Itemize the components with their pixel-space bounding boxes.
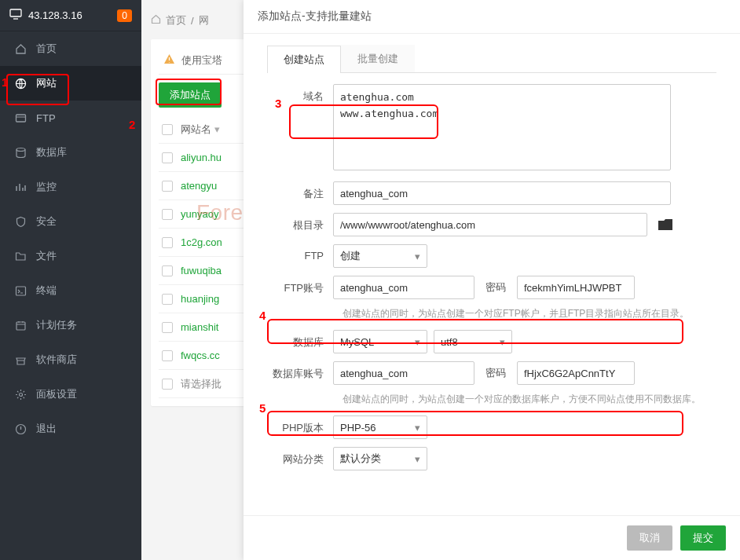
site-name[interactable]: fuwuqiba: [181, 265, 222, 276]
remark-input[interactable]: [333, 181, 671, 205]
db-type-select[interactable]: MySQL: [333, 330, 427, 353]
site-name[interactable]: atengyu: [181, 180, 217, 192]
label-domain: 域名: [267, 84, 333, 104]
calendar-icon: [14, 319, 27, 331]
sidebar-item-security[interactable]: 安全: [0, 204, 141, 239]
sidebar-item-label: 终端: [36, 284, 57, 298]
sidebar-item-label: 首页: [36, 42, 57, 56]
sidebar-item-website[interactable]: 网站: [0, 66, 141, 101]
tab-batch-create[interactable]: 批量创建: [341, 45, 415, 72]
svg-point-3: [16, 148, 25, 151]
checkbox[interactable]: [162, 322, 173, 333]
checkbox[interactable]: [162, 294, 173, 305]
tab-create-site[interactable]: 创建站点: [267, 46, 341, 73]
monitor-icon: [9, 9, 22, 22]
sidebar-item-ftp[interactable]: FTP: [0, 101, 141, 135]
sidebar-top: 43.128.3.16 0: [0, 0, 141, 31]
sidebar-item-label: 软件商店: [36, 353, 77, 367]
sidebar-item-logout[interactable]: 退出: [0, 412, 141, 446]
cancel-button[interactable]: 取消: [627, 525, 672, 551]
site-name[interactable]: fwqcs.cc: [181, 350, 220, 361]
breadcrumb-home[interactable]: 首页: [166, 13, 186, 27]
site-name[interactable]: 1c2g.con: [181, 236, 222, 248]
sidebar-item-cron[interactable]: 计划任务: [0, 308, 141, 342]
ftp-select[interactable]: 创建: [333, 244, 427, 268]
db-password-input[interactable]: [517, 361, 635, 385]
ftp-password-input[interactable]: [517, 276, 635, 299]
site-name[interactable]: aliyun.hu: [181, 152, 222, 163]
sidebar-item-label: 面板设置: [36, 387, 77, 401]
label-root: 根目录: [267, 213, 333, 232]
logout-icon: [14, 423, 27, 435]
server-ip: 43.128.3.16: [28, 9, 111, 21]
db-account-input[interactable]: [333, 361, 474, 385]
svg-rect-0: [10, 9, 21, 16]
submit-button[interactable]: 提交: [680, 525, 726, 551]
label-remark: 备注: [267, 181, 333, 201]
sidebar-item-label: FTP: [36, 112, 56, 124]
db-charset-select[interactable]: utf8: [434, 330, 512, 353]
globe-icon: [14, 77, 27, 90]
shield-icon: [14, 215, 27, 228]
site-name[interactable]: yunyaoy: [181, 208, 218, 220]
col-sitename[interactable]: 网站名: [181, 123, 211, 137]
ftp-icon: [14, 112, 27, 124]
sidebar-item-label: 计划任务: [36, 318, 77, 332]
sidebar-item-files[interactable]: 文件: [0, 239, 141, 273]
label-php: PHP版本: [267, 415, 333, 435]
annotation-5: 5: [259, 401, 266, 415]
database-icon: [14, 146, 27, 159]
sidebar-item-store[interactable]: 软件商店: [0, 342, 141, 377]
label-ftp: FTP: [267, 244, 333, 262]
add-site-button[interactable]: 添加站点: [159, 82, 222, 108]
warning-text: 使用宝塔: [181, 53, 222, 68]
checkbox[interactable]: [162, 350, 173, 361]
breadcrumb-site: 网: [199, 13, 209, 27]
domain-textarea[interactable]: [333, 84, 671, 170]
sidebar-item-label: 安全: [36, 214, 57, 229]
modal-title: 添加站点-支持批量建站: [244, 0, 740, 34]
checkbox[interactable]: [162, 152, 173, 163]
modal-footer: 取消 提交: [244, 515, 740, 560]
terminal-icon: [14, 284, 27, 297]
checkbox[interactable]: [162, 237, 173, 248]
sidebar-item-label: 退出: [36, 422, 57, 436]
sidebar-item-label: 文件: [36, 249, 57, 263]
php-version-select[interactable]: PHP-56: [333, 415, 427, 439]
sort-icon: ▾: [214, 123, 220, 135]
annotation-4: 4: [259, 309, 266, 322]
checkbox[interactable]: [162, 265, 173, 276]
folder-open-icon[interactable]: [658, 219, 672, 230]
sidebar-item-monitor[interactable]: 监控: [0, 170, 141, 204]
ftp-account-input[interactable]: [333, 276, 474, 299]
svg-rect-4: [16, 287, 25, 295]
db-help-text: 创建站点的同时，为站点创建一个对应的数据库帐户，方便不同站点使用不同数据库。: [343, 393, 716, 406]
checkbox[interactable]: [162, 379, 173, 390]
modal-tabs: 创建站点 批量创建: [267, 45, 716, 73]
sidebar-item-terminal[interactable]: 终端: [0, 273, 141, 308]
checkbox-all[interactable]: [162, 124, 173, 135]
label-db-account: 数据库账号: [267, 361, 333, 381]
folder-icon: [14, 250, 27, 262]
label-db-password: 密码: [481, 366, 511, 380]
chart-icon: [14, 181, 27, 193]
sidebar-item-settings[interactable]: 面板设置: [0, 377, 141, 412]
store-icon: [14, 353, 27, 366]
home-icon: [151, 14, 161, 27]
sidebar-item-label: 监控: [36, 180, 57, 194]
checkbox[interactable]: [162, 181, 173, 192]
svg-point-6: [19, 393, 22, 396]
site-name[interactable]: mianshit: [181, 321, 218, 333]
gear-icon: [14, 388, 27, 401]
checkbox[interactable]: [162, 209, 173, 220]
notification-badge[interactable]: 0: [117, 9, 132, 22]
ftp-help-text: 创建站点的同时，为站点创建一个对应FTP帐户，并且FTP目录指向站点所在目录。: [343, 307, 716, 320]
category-select[interactable]: 默认分类: [333, 447, 427, 470]
sidebar-item-home[interactable]: 首页: [0, 31, 141, 66]
label-category: 网站分类: [267, 447, 333, 467]
root-input[interactable]: [333, 213, 647, 236]
breadcrumb-sep: /: [191, 15, 194, 27]
site-name[interactable]: huanjing: [181, 293, 219, 305]
sidebar-item-database[interactable]: 数据库: [0, 135, 141, 170]
sidebar-item-label: 网站: [36, 76, 57, 90]
